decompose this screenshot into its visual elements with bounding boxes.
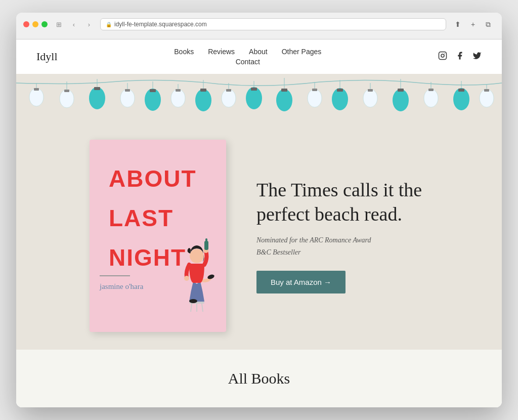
lights-decoration xyxy=(16,74,502,130)
svg-point-43 xyxy=(393,89,409,111)
svg-rect-62 xyxy=(204,241,208,250)
browser-window: ⊞ ‹ › 🔒 idyll-fe-template.squarespace.co… xyxy=(16,13,502,407)
all-books-title: All Books xyxy=(36,370,482,387)
hero-text-block: The Times calls it the perfect beach rea… xyxy=(256,178,428,293)
lock-icon: 🔒 xyxy=(106,22,112,27)
hero-content: ABOUT LAST NIGHT jasmine o'hara xyxy=(16,130,502,350)
svg-line-55 xyxy=(191,304,192,312)
svg-point-59 xyxy=(189,299,197,303)
svg-rect-20 xyxy=(176,89,181,92)
book-title-about: ABOUT xyxy=(99,152,217,190)
svg-point-60 xyxy=(184,276,189,281)
svg-point-25 xyxy=(222,89,236,107)
svg-rect-32 xyxy=(281,89,287,92)
minimize-button[interactable] xyxy=(32,21,38,27)
svg-rect-0 xyxy=(439,52,447,60)
nav-center: Books Reviews About Other Pages Contact xyxy=(174,48,321,66)
back-button[interactable]: ‹ xyxy=(68,18,80,30)
svg-point-22 xyxy=(195,89,211,111)
svg-rect-14 xyxy=(125,89,130,92)
url-text: idyll-fe-template.squarespace.com xyxy=(114,21,207,28)
svg-point-31 xyxy=(276,89,292,111)
book-figure-illustration xyxy=(171,223,222,312)
svg-rect-26 xyxy=(226,89,231,92)
hero-headline: The Times calls it the perfect beach rea… xyxy=(256,178,428,226)
svg-rect-17 xyxy=(150,89,156,92)
svg-point-13 xyxy=(120,89,135,107)
svg-line-56 xyxy=(202,304,203,312)
hero-section: ABOUT LAST NIGHT jasmine o'hara xyxy=(16,74,502,350)
nav-other-pages[interactable]: Other Pages xyxy=(282,48,322,56)
nav-bottom-row: Contact xyxy=(236,58,260,66)
svg-point-4 xyxy=(29,88,44,106)
svg-point-10 xyxy=(89,87,105,109)
svg-rect-23 xyxy=(200,89,206,92)
nav-top-row: Books Reviews About Other Pages xyxy=(174,48,321,56)
svg-rect-53 xyxy=(484,89,489,92)
site-logo: Idyll xyxy=(36,50,58,63)
svg-point-52 xyxy=(480,89,494,107)
buy-button[interactable]: Buy at Amazon → xyxy=(256,271,346,293)
svg-rect-44 xyxy=(398,89,404,92)
svg-rect-8 xyxy=(64,90,69,92)
all-books-section: All Books xyxy=(16,350,502,407)
svg-point-1 xyxy=(441,54,444,57)
instagram-icon[interactable] xyxy=(438,51,447,62)
svg-point-46 xyxy=(424,89,438,107)
traffic-lights xyxy=(23,21,48,27)
nav-contact[interactable]: Contact xyxy=(236,58,260,66)
nav-about[interactable]: About xyxy=(249,48,268,56)
address-bar[interactable]: 🔒 idyll-fe-template.squarespace.com xyxy=(100,18,446,30)
svg-rect-11 xyxy=(94,87,100,90)
twitter-icon[interactable] xyxy=(472,51,482,62)
svg-point-34 xyxy=(308,89,322,107)
browser-action-buttons: ⬆ + ⧉ xyxy=(451,18,495,31)
svg-rect-50 xyxy=(458,89,464,92)
site-navigation: Idyll Books Reviews About Other Pages Co… xyxy=(16,39,502,74)
svg-rect-63 xyxy=(205,238,207,241)
svg-point-2 xyxy=(444,53,445,54)
svg-point-19 xyxy=(171,89,185,107)
browser-chrome: ⊞ ‹ › 🔒 idyll-fe-template.squarespace.co… xyxy=(16,13,502,39)
hero-award: Nominated for the ARC Romance Award xyxy=(256,236,428,244)
svg-rect-38 xyxy=(337,89,343,92)
nav-books[interactable]: Books xyxy=(174,48,194,56)
duplicate-tab-button[interactable]: ⧉ xyxy=(482,18,495,31)
svg-point-7 xyxy=(60,90,74,108)
svg-point-40 xyxy=(363,89,377,107)
close-button[interactable] xyxy=(23,21,29,27)
fullscreen-button[interactable] xyxy=(41,21,48,27)
svg-point-64 xyxy=(190,249,204,263)
svg-rect-29 xyxy=(251,88,257,91)
forward-button[interactable]: › xyxy=(83,18,95,30)
hero-bestseller: B&C Bestseller xyxy=(256,248,428,257)
social-icons xyxy=(438,51,482,62)
svg-rect-41 xyxy=(368,89,373,92)
book-divider xyxy=(100,275,130,276)
svg-rect-47 xyxy=(428,89,434,91)
nav-reviews[interactable]: Reviews xyxy=(208,48,235,56)
svg-rect-5 xyxy=(34,88,39,91)
book-cover: ABOUT LAST NIGHT jasmine o'hara xyxy=(90,140,226,332)
share-button[interactable]: ⬆ xyxy=(451,18,464,31)
browser-controls: ⊞ ‹ › xyxy=(53,18,95,30)
sidebar-toggle-button[interactable]: ⊞ xyxy=(53,18,65,30)
svg-rect-35 xyxy=(312,89,317,91)
new-tab-button[interactable]: + xyxy=(466,18,480,31)
website-content: Idyll Books Reviews About Other Pages Co… xyxy=(16,39,502,407)
facebook-icon[interactable] xyxy=(455,51,464,62)
